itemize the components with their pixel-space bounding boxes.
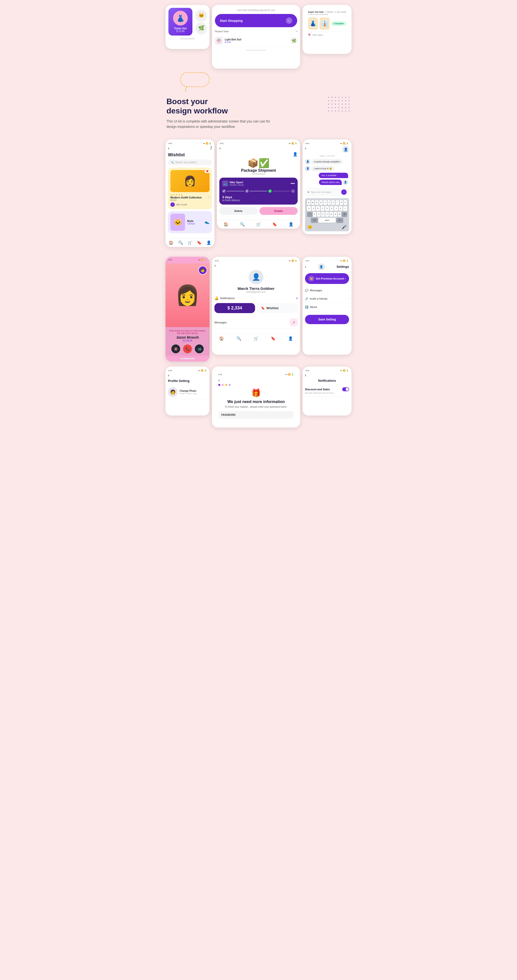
change-photo-row: 🧑 Change Photo images .png or .jpg <box>168 385 207 399</box>
key-a[interactable]: A <box>307 206 311 211</box>
key-t[interactable]: T <box>324 200 327 205</box>
key-g[interactable]: G <box>325 206 329 211</box>
key-w[interactable]: W <box>311 200 314 205</box>
key-go[interactable]: Go <box>336 218 343 223</box>
notif-settings-title: Notifications <box>305 379 349 382</box>
profile-email: tierra@gmail.com <box>214 291 298 293</box>
settings-about[interactable]: ℹ️ About › <box>305 303 349 312</box>
wifi-c: 📶 <box>343 142 346 145</box>
back-profile[interactable]: ‹ <box>214 263 298 268</box>
key-r[interactable]: R <box>319 200 323 205</box>
back-chat[interactable]: ‹ <box>305 146 306 153</box>
mute-button[interactable]: 🔇 <box>171 344 180 353</box>
user-nav-p[interactable]: 👤 <box>289 222 293 227</box>
key-p[interactable]: P <box>344 200 347 205</box>
back-mi[interactable]: ‹ <box>216 378 297 382</box>
back-ps[interactable]: ‹ <box>168 373 207 377</box>
key-b[interactable]: B <box>330 212 333 217</box>
key-123[interactable]: 123 <box>311 218 318 223</box>
key-d[interactable]: D <box>316 206 320 211</box>
key-o[interactable]: O <box>340 200 343 205</box>
key-x[interactable]: X <box>317 212 320 217</box>
cart-nav-pr[interactable]: 🛒 <box>254 336 258 341</box>
more-options-icon[interactable]: ••• <box>290 181 295 186</box>
chat-input[interactable]: Type your messages <box>311 191 340 193</box>
key-y[interactable]: Y <box>328 200 331 205</box>
bookmark-nav-icon[interactable]: 🔖 <box>197 240 202 245</box>
cart-nav-icon[interactable]: 🛒 <box>187 240 192 245</box>
key-shift[interactable]: ⇧ <box>307 212 312 217</box>
search-nav-icon[interactable]: 🔍 <box>178 240 183 245</box>
key-q[interactable]: Q <box>307 200 311 205</box>
password-field[interactable]: PASSWORD <box>218 411 294 419</box>
key-u[interactable]: U <box>331 200 335 205</box>
sale-items-row: 👗 👔 Complete <box>308 18 346 30</box>
back-ns[interactable]: ‹ <box>305 373 349 377</box>
user-nav-pr[interactable]: 👤 <box>288 336 293 341</box>
key-v[interactable]: V <box>325 212 329 217</box>
back-settings[interactable]: ‹ <box>305 265 306 269</box>
search-nav-pr[interactable]: 🔍 <box>236 336 241 341</box>
settings-invite[interactable]: 🔗 Invite a friends › <box>305 295 349 303</box>
key-c[interactable]: C <box>321 212 325 217</box>
user-small-header: 👤 <box>318 263 325 270</box>
key-h[interactable]: H <box>330 206 334 211</box>
search-nav-p[interactable]: 🔍 <box>240 222 245 227</box>
mic-icon[interactable]: 🎤 <box>342 225 347 229</box>
share-icon[interactable]: ⤴ <box>210 146 212 150</box>
back-package[interactable]: ‹ <box>219 146 298 150</box>
recent-item: 👘 Light Belt Suit $ 3,45 🌿 <box>215 35 297 47</box>
back-icon[interactable]: ‹ <box>168 146 169 150</box>
key-del[interactable]: ⌫ <box>342 212 347 217</box>
chat-input-area[interactable]: ∧ Type your messages › <box>305 188 349 196</box>
wifi-ns: 📶 <box>343 369 346 372</box>
status-icons: ▪▪▪ 📶 🔋 <box>203 142 211 145</box>
settings-messages[interactable]: 💬 Messages › <box>305 286 349 295</box>
change-photo-label: Change Photo <box>180 390 196 392</box>
home-nav-p[interactable]: 🏠 <box>224 222 228 227</box>
home-nav-pr[interactable]: 🏠 <box>219 336 224 341</box>
outfit-price: $ 5,67 <box>170 199 202 201</box>
headline-section: Boost your design workflow This UI kit i… <box>160 92 357 135</box>
sale-sub: 2 Items was completed <box>308 13 346 16</box>
key-m[interactable]: M <box>338 212 341 217</box>
start-shopping-button[interactable]: Start Shopping › <box>215 14 297 27</box>
middle-phones-row: 9:41 ▪▪▪ 📶 🔋 ‹ ⤴ Wishlist 🔍 Search any p… <box>160 135 357 252</box>
keyboard-row-2: A S D F G H J K L <box>307 206 347 211</box>
bookmark-nav-p[interactable]: 🔖 <box>272 222 277 227</box>
wishlist-search[interactable]: 🔍 Search any product <box>168 159 212 165</box>
key-f[interactable]: F <box>321 206 325 211</box>
call-overlay: If the emoji are same on call screens, t… <box>165 327 209 356</box>
delete-button[interactable]: Delete <box>219 207 257 215</box>
premium-button[interactable]: 👑 Get Premium Account › <box>305 273 349 284</box>
settings-messages-left: 💬 Messages <box>305 289 322 292</box>
key-space[interactable]: space <box>319 218 336 223</box>
cart-nav-p[interactable]: 🛒 <box>256 222 261 227</box>
key-s[interactable]: S <box>312 206 316 211</box>
bubble-reply-2: Please add to cart <box>319 180 342 185</box>
user-nav-icon[interactable]: 👤 <box>206 240 211 245</box>
discount-toggle[interactable] <box>342 387 349 391</box>
key-e[interactable]: E <box>315 200 319 205</box>
home-nav-icon[interactable]: 🏠 <box>169 240 174 245</box>
bookmark-nav-pr[interactable]: 🔖 <box>271 336 276 341</box>
key-n[interactable]: N <box>334 212 337 217</box>
bubble-text-1: Is jacket already available? <box>311 159 343 164</box>
emoji-icon[interactable]: 😊 <box>308 225 312 229</box>
chevron-messages: › <box>348 289 349 292</box>
time-video: 9:41 <box>168 259 172 261</box>
key-i[interactable]: I <box>336 200 339 205</box>
phone-more-info: 9:41 ▪▪▪ 📶 🔋 ‹ 🎁 We just need more infor… <box>212 366 300 428</box>
style-shoe: 👟 <box>205 220 209 224</box>
details-button[interactable]: Details <box>260 207 298 215</box>
key-z[interactable]: Z <box>313 212 317 217</box>
video-button[interactable]: 📹 <box>195 344 204 353</box>
send-button[interactable]: › <box>341 189 347 195</box>
key-k[interactable]: K <box>339 206 343 211</box>
key-j[interactable]: J <box>334 206 338 211</box>
end-call-button[interactable]: 📞 <box>183 344 192 353</box>
logout-button[interactable]: ↗ <box>290 318 298 326</box>
key-l[interactable]: L <box>343 206 347 211</box>
save-setting-button[interactable]: Save Setting <box>305 315 349 324</box>
sale-header: Super Hot Sale # 22443 4 Jul, 2020 <box>308 11 346 13</box>
